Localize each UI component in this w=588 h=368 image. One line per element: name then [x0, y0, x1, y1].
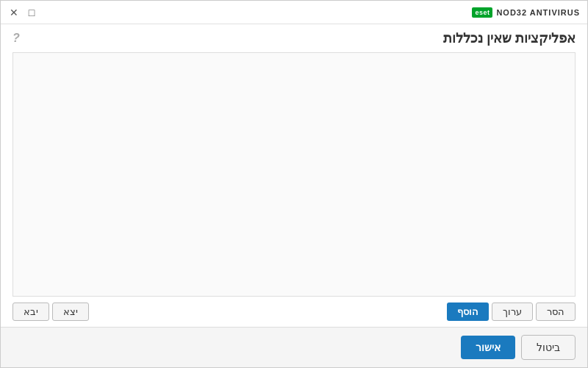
eset-badge: eset	[472, 7, 492, 18]
toolbar: יבא יצא הוסף ערוך הסר	[1, 297, 587, 327]
main-window: ✕ □ eset NOD32 ANTIVIRUS ? אפליקציות שאי…	[0, 0, 588, 368]
applications-list	[12, 52, 576, 297]
cancel-button[interactable]: ביטול	[521, 335, 576, 360]
header-row: ? אפליקציות שאין נכללות	[1, 24, 587, 52]
export-button[interactable]: יצא	[52, 302, 89, 321]
add-button[interactable]: הוסף	[447, 302, 489, 321]
titlebar: ✕ □ eset NOD32 ANTIVIRUS	[1, 1, 587, 24]
confirm-button[interactable]: אישור	[461, 336, 515, 359]
maximize-button[interactable]: □	[26, 7, 37, 18]
eset-product-name: NOD32 ANTIVIRUS	[496, 8, 580, 17]
import-button[interactable]: יבא	[12, 302, 49, 321]
edit-button[interactable]: ערוך	[492, 302, 533, 321]
titlebar-controls: ✕ □	[8, 7, 37, 18]
close-button[interactable]: ✕	[8, 7, 20, 18]
toolbar-left-buttons: יבא יצא	[12, 302, 89, 321]
page-title: אפליקציות שאין נכללות	[443, 30, 576, 46]
remove-button[interactable]: הסר	[536, 302, 576, 321]
eset-logo: eset NOD32 ANTIVIRUS	[472, 7, 580, 18]
help-icon[interactable]: ?	[12, 32, 20, 45]
footer: אישור ביטול	[1, 327, 587, 367]
titlebar-brand: eset NOD32 ANTIVIRUS	[472, 7, 580, 18]
toolbar-right-buttons: הוסף ערוך הסר	[447, 302, 576, 321]
